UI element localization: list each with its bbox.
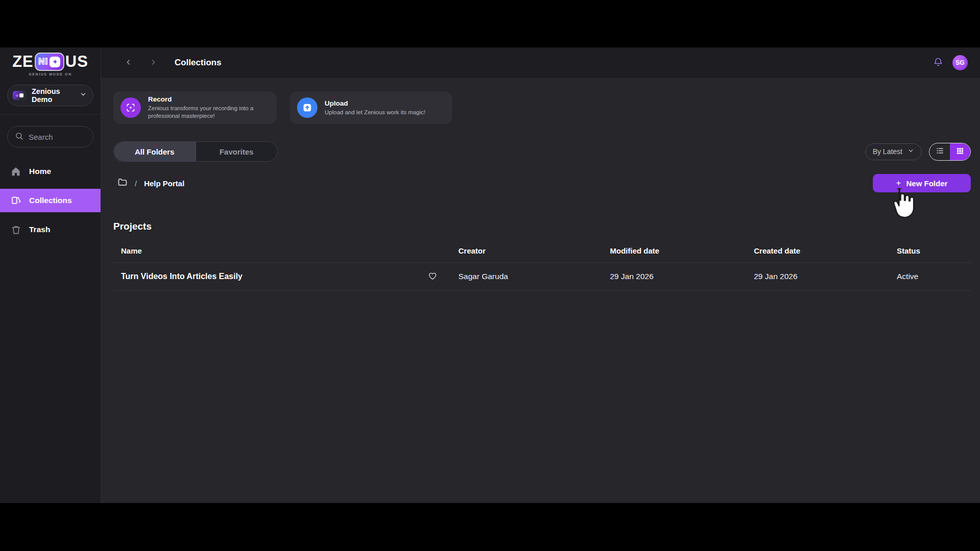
upload-icon — [297, 97, 317, 118]
chevron-down-icon — [908, 147, 914, 156]
grid-view-button[interactable] — [950, 143, 970, 160]
logo-text-ni: NI — [38, 57, 48, 67]
home-icon — [10, 166, 21, 177]
logo-badge: NI ✦ — [35, 53, 64, 71]
logo-text-us: US — [65, 53, 88, 71]
tab-favorites[interactable]: Favorites — [196, 142, 278, 161]
column-header-status: Status — [889, 246, 971, 255]
brand-tagline: GENIUS MODE ON — [12, 72, 88, 76]
plus-icon: + — [896, 178, 901, 188]
breadcrumb-row: / Help Portal + New Folder — [113, 174, 971, 192]
workspace-name: Zenious Demo — [32, 87, 80, 104]
new-folder-label: New Folder — [906, 179, 948, 188]
collections-icon — [10, 195, 21, 206]
column-header-modified: Modified date — [602, 246, 746, 255]
upload-card[interactable]: Upload Upload and let Zenious work its m… — [290, 91, 452, 124]
logo-text-ze: ZE — [12, 53, 34, 71]
breadcrumb-separator: / — [135, 179, 137, 188]
project-name: Turn Videos Into Articles Easily — [121, 272, 242, 281]
avatar[interactable]: SG — [952, 55, 968, 70]
sidebar: ZE NI ✦ US GENIUS MODE ON Zenious Demo — [0, 47, 101, 503]
sidebar-item-collections[interactable]: Collections — [0, 189, 101, 212]
trash-icon — [10, 225, 21, 235]
search-field[interactable] — [7, 126, 93, 147]
projects-table: Name Creator Modified date Created date … — [113, 246, 971, 291]
table-row[interactable]: Turn Videos Into Articles Easily Sagar G… — [113, 263, 971, 291]
favorite-button[interactable] — [428, 271, 437, 282]
sidebar-item-trash[interactable]: Trash — [0, 220, 101, 239]
new-folder-button[interactable]: + New Folder — [873, 174, 971, 192]
sidebar-item-label: Trash — [29, 225, 50, 234]
sort-label: By Latest — [873, 147, 902, 156]
quick-actions: Record Zenious transforms your recording… — [113, 91, 971, 124]
page-title: Collections — [175, 58, 222, 68]
upload-title: Upload — [325, 99, 426, 107]
search-icon — [15, 132, 23, 142]
upload-subtitle: Upload and let Zenious work its magic! — [325, 109, 426, 116]
content-area: Record Zenious transforms your recording… — [101, 79, 980, 503]
chevron-left-icon — [125, 58, 133, 68]
workspace-selector[interactable]: Zenious Demo — [7, 85, 93, 106]
sidebar-item-label: Collections — [29, 196, 72, 205]
sort-dropdown[interactable]: By Latest — [865, 143, 922, 160]
tab-all-folders[interactable]: All Folders — [114, 142, 195, 161]
sidebar-item-label: Home — [29, 167, 51, 176]
project-creator: Sagar Garuda — [451, 272, 602, 281]
column-header-creator: Creator — [451, 246, 602, 255]
project-created-date: 29 Jan 2026 — [746, 272, 889, 281]
back-button[interactable] — [122, 56, 135, 70]
breadcrumb-current[interactable]: Help Portal — [144, 179, 184, 188]
notifications-button[interactable] — [933, 57, 943, 69]
record-subtitle: Zenious transforms your recording into a… — [148, 105, 270, 120]
main-column: Collections SG — [101, 47, 980, 503]
record-card[interactable]: Record Zenious transforms your recording… — [113, 91, 277, 124]
project-status: Active — [889, 272, 971, 281]
record-title: Record — [148, 95, 270, 103]
table-header-row: Name Creator Modified date Created date … — [113, 246, 971, 263]
list-view-icon — [936, 146, 944, 157]
list-view-button[interactable] — [929, 143, 950, 160]
sidebar-nav: Home Collections Trash — [0, 162, 101, 239]
app-window: ZE NI ✦ US GENIUS MODE ON Zenious Demo — [0, 47, 980, 503]
screen: ZE NI ✦ US GENIUS MODE ON Zenious Demo — [0, 0, 980, 551]
column-header-created: Created date — [746, 246, 889, 255]
brand-logo: ZE NI ✦ US GENIUS MODE ON — [12, 53, 88, 76]
sidebar-divider — [0, 114, 101, 115]
chevron-down-icon — [80, 91, 87, 100]
top-header: Collections SG — [101, 47, 980, 79]
chevron-right-icon — [149, 58, 157, 68]
sidebar-item-home[interactable]: Home — [0, 162, 101, 181]
folder-tabs: All Folders Favorites — [113, 141, 278, 162]
logo-sparkle-box: ✦ — [50, 57, 60, 67]
column-header-name: Name — [113, 246, 451, 255]
forward-button[interactable] — [147, 56, 159, 70]
filter-row: All Folders Favorites By Latest — [113, 141, 971, 162]
project-modified-date: 29 Jan 2026 — [602, 272, 746, 281]
bell-icon — [933, 57, 943, 69]
grid-view-icon — [956, 147, 964, 157]
sparkle-icon: ✦ — [52, 58, 58, 65]
breadcrumb: / Help Portal — [117, 177, 184, 189]
view-toggle — [929, 143, 971, 161]
record-icon — [120, 97, 141, 118]
heart-icon — [428, 271, 437, 282]
search-input[interactable] — [29, 133, 85, 141]
workspace-logo-icon — [13, 91, 27, 100]
projects-heading: Projects — [113, 221, 971, 232]
folder-icon[interactable] — [117, 177, 128, 189]
